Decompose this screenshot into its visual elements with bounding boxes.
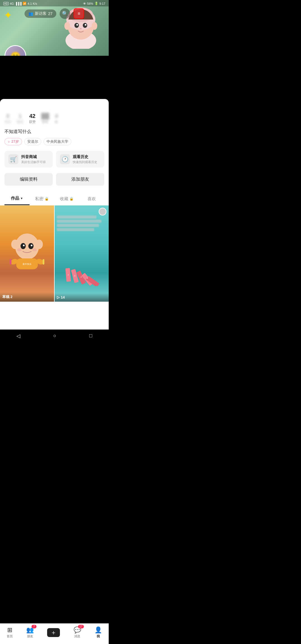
svg-text:2: 2 <box>81 276 82 278</box>
header-actions: 👥 新访客 27 🔍 ≡ <box>0 8 109 19</box>
back-button[interactable]: ◁ <box>16 333 20 339</box>
stat-fans[interactable]: 1 粉丝 <box>17 113 23 124</box>
play-icon: ▷ <box>57 295 60 299</box>
draft-badge: 草稿 2 <box>2 294 52 299</box>
action-buttons: 编辑资料 添加朋友 <box>4 173 104 186</box>
history-icon: 🕐 <box>60 154 70 164</box>
svg-point-14 <box>21 243 26 249</box>
tag-university[interactable]: 中央民族大学 <box>43 138 71 145</box>
status-left: HD 4G ▐▐▐ 📶 4.1 K/s <box>3 2 37 5</box>
streak-label: 续 <box>55 120 58 124</box>
avatar-placeholder: 🙂 <box>5 46 25 56</box>
tab-likes[interactable]: 喜欢 <box>79 193 105 205</box>
likes-count: 42 <box>29 113 35 119</box>
fans-label: 粉丝 <box>17 120 23 124</box>
tags-row: ♀ 27岁 安道尔 中央民族大学 <box>4 138 104 145</box>
stat-following[interactable]: 0 关注 <box>4 113 11 124</box>
fans-count: 1 <box>18 113 21 119</box>
following-count: 0 <box>6 113 9 119</box>
video-grid: 新年快乐 草稿 2 <box>0 205 109 302</box>
likes-label: 获赞 <box>29 120 36 124</box>
video-thumb-published[interactable]: 2 0 2 4 ▷ 14 <box>55 205 109 302</box>
home-button[interactable]: ○ <box>53 333 56 339</box>
shop-title: 抖音商城 <box>21 154 46 159</box>
svg-rect-23 <box>10 259 11 265</box>
svg-point-11 <box>15 234 39 260</box>
svg-text:新年快乐: 新年快乐 <box>23 263 31 266</box>
svg-point-18 <box>17 248 22 251</box>
status-bar: HD 4G ▐▐▐ 📶 4.1 K/s 👁 56% 🔋 9:17 <box>0 0 109 6</box>
stat-likes[interactable]: 42 获赞 <box>29 113 36 124</box>
video-thumb-draft[interactable]: 新年快乐 草稿 2 <box>0 205 54 302</box>
history-text: 观看历史 快速找到观看历史 <box>73 154 97 164</box>
svg-point-19 <box>32 248 37 251</box>
visitors-icon: 👥 <box>28 11 33 16</box>
menu-button[interactable]: ≡ <box>74 8 84 19</box>
speed-indicator: 4.1 K/s <box>28 2 37 5</box>
history-subtitle: 快速找到观看历史 <box>73 160 97 164</box>
stat-streak[interactable]: 4 续 <box>55 113 58 124</box>
svg-text:2: 2 <box>68 273 69 276</box>
tab-likes-label: 喜欢 <box>88 196 96 202</box>
status-right: 👁 56% 🔋 9:17 <box>83 2 105 5</box>
avatar[interactable]: 🙂 <box>4 45 26 56</box>
play-count-number: 14 <box>61 295 65 299</box>
avatar-row: 🙂 ████████ <box>4 45 62 56</box>
eye-icon: 👁 <box>83 2 86 5</box>
add-friend-button[interactable]: 添加朋友 <box>56 173 104 186</box>
shop-icon: 🛒 <box>8 154 18 164</box>
network-icon: 4G <box>10 2 14 5</box>
stats-row: 0 关注 1 粉丝 42 获赞 ██ 朋友 4 续 <box>4 113 104 124</box>
tab-works-label: 作品 <box>11 196 19 201</box>
svg-text:0: 0 <box>74 275 76 277</box>
svg-point-16 <box>23 244 25 246</box>
university-text: 中央民族大学 <box>47 139 68 144</box>
svg-point-15 <box>28 243 34 249</box>
tag-city[interactable]: 安道尔 <box>24 138 41 145</box>
shop-text: 抖音商城 美好生活触手可得 <box>21 154 46 164</box>
svg-text:4: 4 <box>87 277 88 280</box>
menu-icon: ≡ <box>78 11 80 16</box>
tabs-row: 作品 ▼ 私密 🔒 收藏 🔒 喜欢 <box>0 192 109 205</box>
svg-point-6 <box>76 24 78 26</box>
lock-icon-favorites: 🔒 <box>69 197 74 201</box>
shop-link[interactable]: 🛒 抖音商城 美好生活触手可得 <box>4 151 53 168</box>
wifi-icon: 📶 <box>23 2 26 5</box>
tag-gender-age[interactable]: ♀ 27岁 <box>4 138 22 145</box>
visitors-badge[interactable]: 👥 新访客 27 <box>25 9 57 18</box>
domino-illustration: 2 0 2 4 <box>60 264 103 287</box>
svg-point-8 <box>80 28 82 29</box>
search-icon: 🔍 <box>62 11 68 17</box>
quick-links: 🛒 抖音商城 美好生活触手可得 🕐 观看历史 快速找到观看历史 <box>4 151 104 168</box>
tab-favorites-label: 收藏 <box>60 196 68 202</box>
history-link[interactable]: 🕐 观看历史 快速找到观看历史 <box>56 151 104 168</box>
profile-content: 0 关注 1 粉丝 42 获赞 ██ 朋友 4 续 不知道写什么 ♀ 27岁 安… <box>0 99 109 330</box>
battery-level: 56% <box>87 2 93 5</box>
svg-point-12 <box>11 240 19 249</box>
stat-friends[interactable]: ██ 朋友 <box>41 113 49 124</box>
tab-works-arrow: ▼ <box>20 197 23 200</box>
svg-point-10 <box>92 22 97 30</box>
recent-button[interactable]: □ <box>89 333 92 339</box>
shop-subtitle: 美好生活触手可得 <box>21 160 46 164</box>
svg-rect-24 <box>43 259 44 265</box>
svg-point-13 <box>35 240 43 249</box>
time-display: 9:17 <box>99 2 105 5</box>
visitors-label: 新访客 <box>35 11 47 16</box>
search-button[interactable]: 🔍 <box>60 8 70 19</box>
play-count: ▷ 14 <box>57 295 106 299</box>
svg-rect-30 <box>86 276 99 286</box>
tab-favorites[interactable]: 收藏 🔒 <box>54 193 79 205</box>
friends-count: ██ <box>41 113 49 119</box>
svg-point-7 <box>85 24 86 26</box>
play-overlay: ▷ 14 <box>55 293 109 302</box>
hd-icon: HD <box>3 2 9 5</box>
edit-profile-button[interactable]: 编辑资料 <box>4 173 53 186</box>
text-line-1 <box>57 216 96 219</box>
tab-works[interactable]: 作品 ▼ <box>4 192 30 205</box>
tab-private[interactable]: 私密 🔒 <box>30 193 55 205</box>
battery-icon: 🔋 <box>94 2 98 5</box>
bio: 不知道写什么 <box>4 129 104 135</box>
thumb-text <box>57 216 106 232</box>
thumb-avatar <box>99 208 106 216</box>
